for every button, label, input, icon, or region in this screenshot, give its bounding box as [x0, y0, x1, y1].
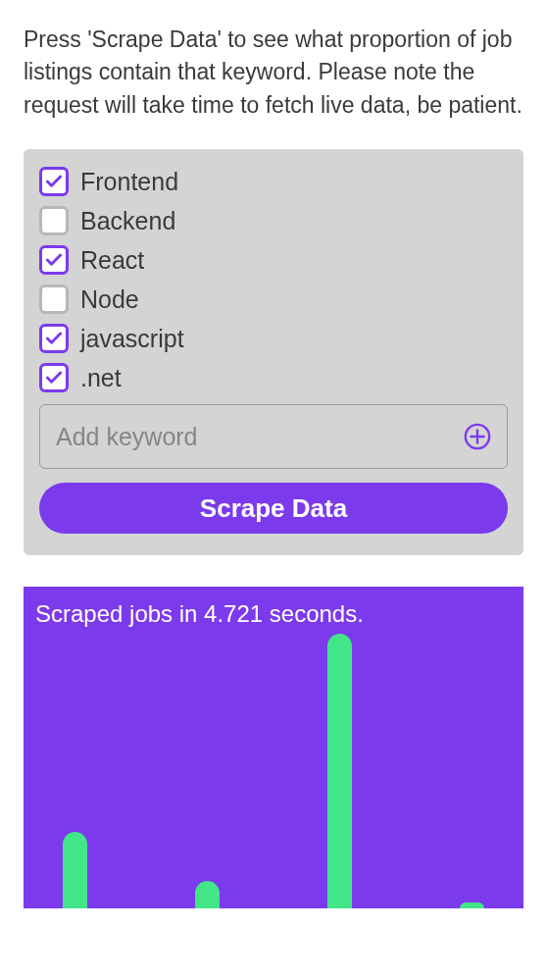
scrape-data-button[interactable]: Scrape Data: [39, 483, 508, 534]
chart-bar: [460, 903, 484, 908]
checkbox-frontend[interactable]: [39, 167, 69, 196]
check-icon: [44, 329, 64, 348]
chart-bars: [24, 634, 523, 908]
keyword-label: React: [80, 246, 144, 275]
checkbox-node[interactable]: [39, 284, 69, 314]
keyword-panel: Frontend Backend React Node javascript .…: [24, 149, 523, 555]
keyword-row: .net: [39, 363, 508, 392]
check-icon: [44, 250, 64, 270]
keyword-label: Frontend: [80, 168, 178, 196]
chart-bar: [63, 832, 87, 908]
keyword-label: Backend: [80, 207, 175, 235]
keyword-row: Backend: [39, 206, 508, 235]
check-icon: [44, 368, 64, 387]
checkbox-javascript[interactable]: [39, 324, 69, 353]
add-keyword-button[interactable]: [463, 422, 492, 451]
keyword-row: React: [39, 245, 508, 275]
add-keyword-input[interactable]: [39, 404, 508, 469]
keyword-label: Node: [80, 285, 139, 314]
checkbox-backend[interactable]: [39, 206, 69, 235]
checkbox-react[interactable]: [39, 245, 69, 275]
keyword-row: Frontend: [39, 167, 508, 196]
chart-area: Scraped jobs in 4.721 seconds.: [24, 587, 523, 908]
intro-text: Press 'Scrape Data' to see what proporti…: [24, 24, 523, 122]
chart-status-text: Scraped jobs in 4.721 seconds.: [24, 600, 523, 628]
keyword-row: Node: [39, 284, 508, 314]
check-icon: [44, 172, 64, 191]
plus-circle-icon: [463, 422, 492, 451]
keyword-row: javascript: [39, 324, 508, 353]
chart-bar: [195, 881, 220, 908]
keyword-label: javascript: [80, 325, 184, 353]
add-keyword-wrap: [39, 404, 508, 469]
chart-bar: [327, 634, 352, 908]
keyword-label: .net: [80, 364, 122, 392]
checkbox-dotnet[interactable]: [39, 363, 69, 392]
